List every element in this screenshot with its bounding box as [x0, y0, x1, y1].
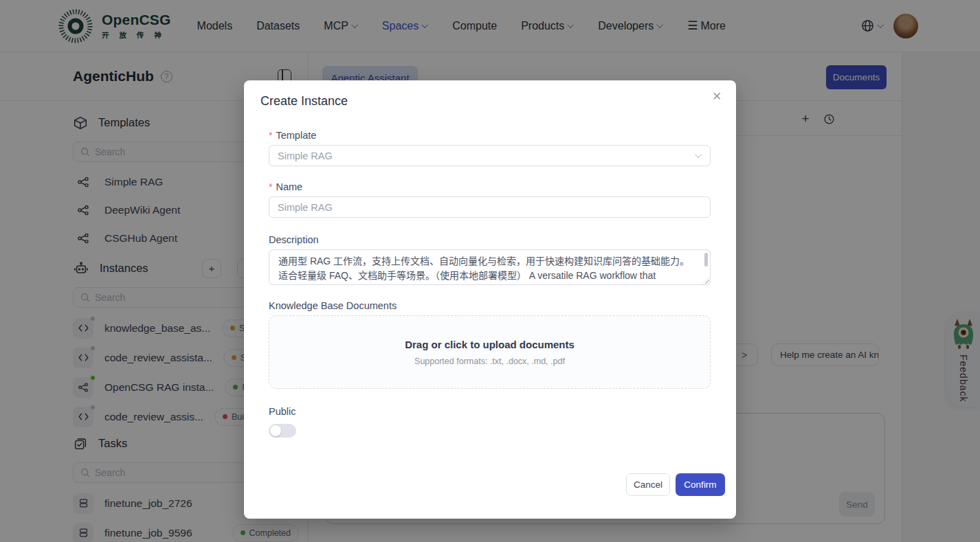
upload-dropzone[interactable]: Drag or click to upload documents Suppor…: [269, 315, 711, 389]
required-asterisk: *: [269, 130, 272, 141]
cancel-button[interactable]: Cancel: [626, 473, 670, 496]
template-select-value: Simple RAG: [278, 150, 333, 161]
name-label: * Name: [269, 181, 711, 192]
chevron-down-icon: [695, 151, 702, 158]
modal-title: Create Instance: [260, 94, 711, 109]
toggle-knob: [270, 425, 281, 436]
close-icon[interactable]: ✕: [709, 89, 725, 105]
description-label: Description: [269, 234, 711, 245]
public-toggle[interactable]: [269, 424, 296, 438]
name-input[interactable]: [278, 202, 702, 213]
scrollbar-thumb[interactable]: [704, 253, 708, 267]
create-instance-modal: ✕ Create Instance * Template Simple RAG …: [244, 80, 736, 519]
upload-title: Drag or click to upload documents: [405, 339, 575, 350]
upload-hint: Supported formats: .txt, .docx, .md, .pd…: [414, 357, 565, 366]
confirm-button[interactable]: Confirm: [676, 473, 725, 496]
template-label: * Template: [269, 130, 711, 141]
name-field[interactable]: [269, 196, 711, 218]
description-textarea[interactable]: 通用型 RAG 工作流，支持上传文档、自动向量化与检索，用于快速构建知识库问答的…: [269, 249, 711, 285]
public-label: Public: [269, 406, 711, 417]
template-select[interactable]: Simple RAG: [269, 145, 711, 166]
required-asterisk: *: [269, 181, 272, 192]
resize-handle[interactable]: [703, 278, 709, 284]
kb-documents-label: Knowledge Base Documents: [269, 300, 711, 311]
